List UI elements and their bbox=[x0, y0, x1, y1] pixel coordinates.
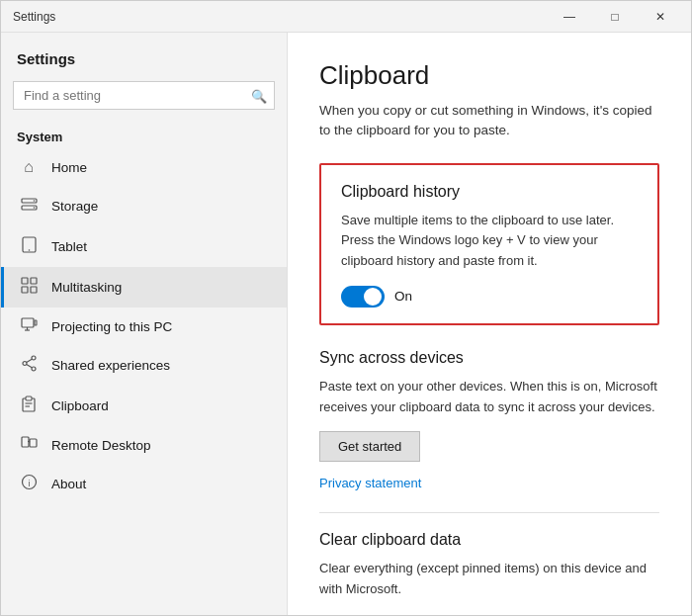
page-title: Clipboard bbox=[319, 60, 659, 91]
svg-rect-10 bbox=[22, 318, 34, 327]
sidebar-item-label: Projecting to this PC bbox=[51, 319, 172, 334]
svg-point-15 bbox=[32, 367, 36, 371]
sidebar-item-label: About bbox=[51, 477, 86, 491]
clipboard-icon bbox=[20, 396, 38, 416]
clear-title: Clear clipboard data bbox=[319, 531, 659, 549]
sync-title: Sync across devices bbox=[319, 349, 659, 367]
sidebar-item-storage[interactable]: Storage bbox=[1, 186, 287, 226]
window-controls: — □ ✕ bbox=[547, 1, 683, 33]
svg-rect-20 bbox=[26, 396, 32, 400]
section-divider bbox=[319, 512, 659, 513]
title-bar: Settings — □ ✕ bbox=[1, 1, 691, 33]
svg-rect-24 bbox=[30, 439, 37, 447]
svg-point-14 bbox=[32, 356, 36, 360]
about-icon: i bbox=[20, 474, 38, 494]
svg-line-18 bbox=[26, 365, 32, 368]
sidebar: Settings 🔍 System ⌂ Home bbox=[1, 33, 288, 615]
storage-icon bbox=[20, 196, 38, 217]
svg-point-5 bbox=[28, 249, 30, 251]
sidebar-item-home[interactable]: ⌂ Home bbox=[1, 148, 287, 186]
svg-point-2 bbox=[33, 200, 35, 202]
settings-window: Settings — □ ✕ Settings 🔍 System ⌂ Home bbox=[0, 0, 692, 616]
sidebar-item-label: Storage bbox=[51, 199, 98, 214]
tablet-icon bbox=[20, 236, 38, 257]
svg-point-3 bbox=[33, 207, 35, 209]
sync-section: Sync across devices Paste text on your o… bbox=[319, 349, 659, 491]
clipboard-history-toggle-row: On bbox=[341, 286, 638, 308]
sidebar-title: Settings bbox=[1, 33, 287, 75]
content-area: Settings 🔍 System ⌂ Home bbox=[1, 33, 691, 615]
get-started-button[interactable]: Get started bbox=[319, 431, 420, 462]
sidebar-item-shared[interactable]: Shared experiences bbox=[1, 345, 287, 386]
multitasking-icon bbox=[20, 277, 38, 298]
svg-rect-11 bbox=[35, 320, 37, 325]
clipboard-history-toggle[interactable] bbox=[341, 286, 385, 308]
shared-icon bbox=[20, 355, 38, 376]
sidebar-item-label: Shared experiences bbox=[51, 358, 170, 373]
maximize-button[interactable]: □ bbox=[592, 1, 638, 33]
main-description: When you copy or cut something in Window… bbox=[319, 101, 659, 141]
sidebar-item-about[interactable]: i About bbox=[1, 464, 287, 504]
main-content: Clipboard When you copy or cut something… bbox=[288, 33, 691, 615]
window-title: Settings bbox=[13, 10, 55, 24]
system-label: System bbox=[1, 122, 287, 148]
clear-section: Clear clipboard data Clear everything (e… bbox=[319, 531, 659, 600]
clipboard-history-desc: Save multiple items to the clipboard to … bbox=[341, 211, 638, 272]
close-button[interactable]: ✕ bbox=[638, 1, 683, 33]
sidebar-item-multitasking[interactable]: Multitasking bbox=[1, 267, 287, 308]
toggle-state-label: On bbox=[394, 289, 412, 304]
clipboard-history-title: Clipboard history bbox=[341, 183, 638, 201]
sidebar-item-label: Remote Desktop bbox=[51, 438, 151, 453]
sidebar-item-tablet[interactable]: Tablet bbox=[1, 226, 287, 267]
remote-icon bbox=[20, 436, 38, 454]
sidebar-item-label: Home bbox=[51, 160, 87, 175]
sidebar-item-label: Clipboard bbox=[51, 398, 109, 413]
svg-rect-9 bbox=[31, 287, 37, 293]
sidebar-item-projecting[interactable]: Projecting to this PC bbox=[1, 308, 287, 345]
svg-rect-7 bbox=[31, 278, 37, 284]
svg-text:i: i bbox=[28, 479, 30, 488]
svg-rect-8 bbox=[22, 287, 28, 293]
sidebar-item-remote[interactable]: Remote Desktop bbox=[1, 426, 287, 464]
privacy-link[interactable]: Privacy statement bbox=[319, 476, 421, 490]
svg-line-17 bbox=[26, 359, 32, 362]
sidebar-item-label: Multitasking bbox=[51, 280, 122, 295]
svg-point-16 bbox=[23, 362, 27, 366]
projecting-icon bbox=[20, 317, 38, 335]
minimize-button[interactable]: — bbox=[547, 1, 592, 33]
search-box[interactable]: 🔍 bbox=[13, 81, 275, 110]
clear-desc: Clear everything (except pinned items) o… bbox=[319, 559, 659, 600]
sidebar-item-label: Tablet bbox=[51, 239, 87, 254]
sync-desc: Paste text on your other devices. When t… bbox=[319, 377, 659, 418]
sidebar-item-clipboard[interactable]: Clipboard bbox=[1, 386, 287, 426]
svg-rect-23 bbox=[22, 437, 29, 447]
clipboard-history-section: Clipboard history Save multiple items to… bbox=[319, 163, 659, 325]
search-input[interactable] bbox=[13, 81, 275, 110]
svg-rect-6 bbox=[22, 278, 28, 284]
home-icon: ⌂ bbox=[20, 158, 38, 176]
